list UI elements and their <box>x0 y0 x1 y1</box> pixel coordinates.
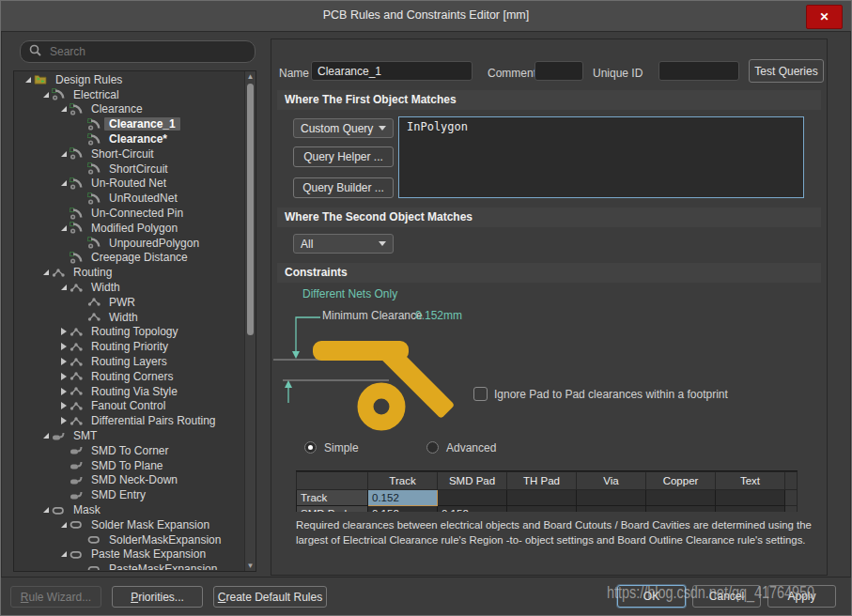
advanced-label[interactable]: Advanced <box>446 441 496 454</box>
footer-bar: Rule Wizard... Priorities... Create Defa… <box>1 577 851 615</box>
scroll-down-icon[interactable]: ▼ <box>245 561 256 571</box>
matrix-cell[interactable] <box>438 490 507 506</box>
ok-button[interactable]: OK <box>617 585 686 608</box>
tree-item-fanout-control[interactable]: Fanout Control <box>15 399 243 414</box>
tree-item-short-circuit[interactable]: Short-Circuit <box>15 146 243 162</box>
tree-item-routing-priority[interactable]: Routing Priority <box>15 339 243 354</box>
scrollbar-thumb[interactable] <box>247 84 254 335</box>
tree-item-width[interactable]: Width <box>15 310 243 325</box>
tree-item-unpouredpolygon[interactable]: UnpouredPolygon <box>15 236 243 251</box>
tree-item-differential-pairs-routing[interactable]: Differential Pairs Routing <box>15 413 243 428</box>
matrix-cell[interactable]: 0.152 <box>368 490 438 506</box>
tree-item-paste-mask-expansion[interactable]: Paste Mask Expansion <box>15 547 243 562</box>
tree-item-creepage-distance[interactable]: Creepage Distance <box>15 251 243 266</box>
matrix-cell[interactable]: 0.152 <box>438 506 507 513</box>
expand-arrow-icon[interactable] <box>40 433 52 439</box>
search-input[interactable] <box>48 44 246 59</box>
collapse-arrow-icon[interactable] <box>58 388 70 395</box>
tree-item-electrical[interactable]: Electrical <box>15 87 243 102</box>
expand-arrow-icon[interactable] <box>40 270 52 275</box>
collapse-arrow-icon[interactable] <box>58 417 70 424</box>
tree-item-label: Routing Priority <box>86 340 173 353</box>
query-builder-button[interactable]: Query Builder ... <box>293 177 394 198</box>
expand-arrow-icon[interactable] <box>40 507 52 513</box>
cancel-button[interactable]: Cancel <box>692 585 761 608</box>
tree-item-soldermaskexpansion[interactable]: SolderMaskExpansion <box>15 532 243 547</box>
tree-item-routing[interactable]: Routing <box>15 265 243 280</box>
tree-item-unroutednet[interactable]: UnRoutedNet <box>15 191 243 206</box>
test-queries-button[interactable]: Test Queries <box>749 59 824 83</box>
unique-id-input[interactable] <box>658 61 739 81</box>
expand-arrow-icon[interactable] <box>58 551 70 557</box>
matrix-scrollbar[interactable] <box>785 472 798 490</box>
rule-name-input[interactable] <box>311 61 472 81</box>
scroll-up-icon[interactable]: ▲ <box>245 71 256 82</box>
expand-arrow-icon[interactable] <box>58 106 70 112</box>
collapse-arrow-icon[interactable] <box>58 328 70 335</box>
tree-item-routing-topology[interactable]: Routing Topology <box>15 325 243 340</box>
matrix-cell[interactable] <box>716 506 785 513</box>
tree-item-label: SMD Neck-Down <box>86 473 182 486</box>
tree-item-clearance[interactable]: Clearance <box>15 102 243 117</box>
collapse-arrow-icon[interactable] <box>58 343 70 350</box>
matrix-cell[interactable] <box>577 490 646 506</box>
expand-arrow-icon[interactable] <box>58 180 70 186</box>
tree-scrollbar[interactable]: ▲ ▼ <box>244 71 256 571</box>
query-helper-button[interactable]: Query Helper ... <box>293 146 394 167</box>
collapse-arrow-icon[interactable] <box>58 373 70 380</box>
tree-item-un-routed-net[interactable]: Un-Routed Net <box>15 177 243 192</box>
ignore-pad-checkbox[interactable] <box>473 387 488 401</box>
tree-item-pastemaskexpansion[interactable]: PasteMaskExpansion <box>15 562 243 570</box>
tree-item-clearance-[interactable]: Clearance* <box>15 131 243 146</box>
simple-label[interactable]: Simple <box>324 441 359 454</box>
matrix-cell[interactable] <box>507 490 577 506</box>
tree-item-smd-neck-down[interactable]: SMD Neck-Down <box>15 473 243 488</box>
tree-item-routing-via-style[interactable]: Routing Via Style <box>15 384 243 399</box>
expand-arrow-icon[interactable] <box>40 92 52 98</box>
expand-arrow-icon[interactable] <box>58 225 70 231</box>
tree-item-smd-to-corner[interactable]: SMD To Corner <box>15 443 243 458</box>
tree-item-modified-polygon[interactable]: Modified Polygon <box>15 221 243 236</box>
expand-arrow-icon[interactable] <box>58 522 70 528</box>
matrix-cell[interactable] <box>507 506 577 513</box>
close-button[interactable]: ✕ <box>806 5 843 29</box>
simple-radio[interactable] <box>304 441 317 454</box>
priorities-button[interactable]: Priorities... <box>112 586 203 608</box>
tree-item-smd-entry[interactable]: SMD Entry <box>15 487 243 502</box>
tree-item-label: UnRoutedNet <box>104 192 182 205</box>
tree-item-smd-to-plane[interactable]: SMD To Plane <box>15 458 243 473</box>
expand-arrow-icon[interactable] <box>23 77 34 83</box>
custom-query-editor[interactable]: InPolygon <box>398 116 804 198</box>
tree-item-pwr[interactable]: PWR <box>15 295 243 310</box>
matrix-cell[interactable]: 0.152 <box>368 506 438 513</box>
matrix-scrollbar[interactable] <box>785 490 798 506</box>
second-scope-dropdown[interactable]: All <box>293 234 394 254</box>
matrix-cell[interactable] <box>646 506 716 513</box>
matrix-cell[interactable] <box>577 506 646 513</box>
tree-item-mask[interactable]: Mask <box>15 502 243 517</box>
matrix-cell[interactable] <box>716 490 785 506</box>
collapse-arrow-icon[interactable] <box>58 402 70 409</box>
tree-item-shortcircuit[interactable]: ShortCircuit <box>15 162 243 177</box>
tree-item-routing-layers[interactable]: Routing Layers <box>15 354 243 369</box>
matrix-scrollbar[interactable] <box>785 506 798 513</box>
tree-item-design-rules[interactable]: Design Rules <box>15 72 243 87</box>
tree-item-smt[interactable]: SMT <box>15 428 243 443</box>
matrix-cell[interactable] <box>646 490 716 506</box>
first-scope-dropdown[interactable]: Custom Query <box>293 118 394 138</box>
apply-button[interactable]: Apply <box>767 585 836 608</box>
expand-arrow-icon[interactable] <box>58 151 70 157</box>
create-default-rules-button[interactable]: Create Default Rules <box>213 586 327 608</box>
ignore-pad-label[interactable]: Ignore Pad to Pad clearances within a fo… <box>494 388 728 401</box>
tree-item-solder-mask-expansion[interactable]: Solder Mask Expansion <box>15 517 243 532</box>
expand-arrow-icon[interactable] <box>58 285 70 290</box>
tree-item-un-connected-pin[interactable]: Un-Connected Pin <box>15 206 243 221</box>
advanced-radio[interactable] <box>426 441 439 454</box>
comment-input[interactable] <box>534 61 583 81</box>
collapse-arrow-icon[interactable] <box>58 358 70 365</box>
tree-item-routing-corners[interactable]: Routing Corners <box>15 369 243 384</box>
search-box[interactable] <box>20 40 256 63</box>
tree-item-clearance-1[interactable]: Clearance_1 <box>15 116 243 131</box>
tree-item-width[interactable]: Width <box>15 280 243 295</box>
routing-icon <box>70 356 84 368</box>
